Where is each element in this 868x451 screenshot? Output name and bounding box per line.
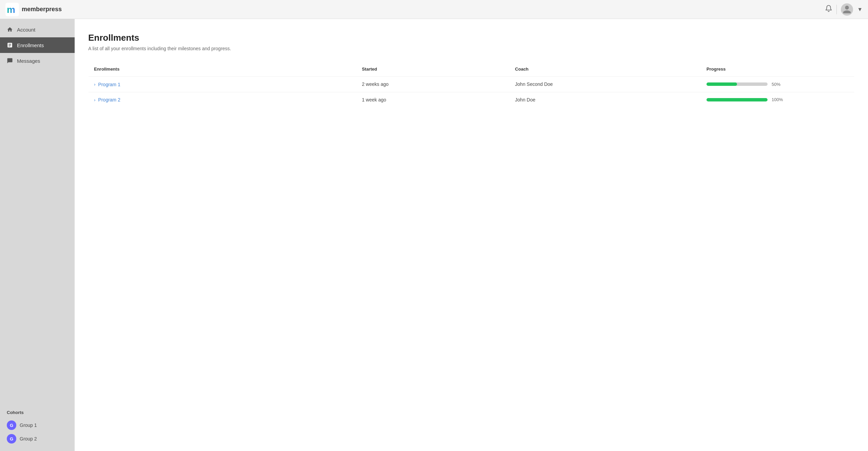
app-header: m memberpress ▼ [0,0,868,19]
progress-bar-container-program2: 100% [706,97,849,102]
page-subtitle: A list of all your enrollments including… [88,46,854,51]
user-dropdown-chevron[interactable]: ▼ [857,6,863,13]
coach-cell-program2: John Doe [510,92,701,108]
table-row: › Program 1 2 weeks ago John Second Doe … [89,77,854,92]
sidebar-nav: Account Enrollments Messages [0,22,75,405]
col-header-enrollments: Enrollments [89,62,357,77]
chevron-right-icon: › [94,82,95,87]
progress-track-program1 [706,82,768,86]
cohort-item-group2[interactable]: G Group 2 [7,432,68,446]
col-header-started: Started [356,62,509,77]
sidebar: Account Enrollments Messages [0,19,75,451]
sidebar-messages-label: Messages [17,58,40,64]
svg-text:m: m [7,4,15,15]
cohort-badge-group1: G [7,420,16,430]
progress-label-program1: 50% [772,82,784,87]
progress-fill-program1 [706,82,737,86]
sidebar-item-enrollments[interactable]: Enrollments [0,37,75,53]
col-header-progress: Progress [701,62,854,77]
sidebar-item-messages[interactable]: Messages [0,53,75,69]
header-divider [836,5,837,14]
sidebar-item-account[interactable]: Account [0,22,75,37]
col-header-coach: Coach [510,62,701,77]
coach-cell-program1: John Second Doe [510,77,701,92]
logo: m memberpress [5,3,62,16]
cohort-label-group1: Group 1 [20,422,37,428]
page-title: Enrollments [88,33,854,43]
chevron-right-icon: › [94,97,95,102]
avatar[interactable] [841,3,853,16]
progress-cell-program1: 50% [701,77,854,92]
messages-icon [7,58,13,64]
progress-fill-program2 [706,98,768,101]
table-header-row: Enrollments Started Coach Progress [89,62,854,77]
sidebar-enrollments-label: Enrollments [17,42,44,48]
cohort-item-group1[interactable]: G Group 1 [7,418,68,432]
progress-label-program2: 100% [772,97,784,102]
progress-bar-container-program1: 50% [706,82,849,87]
cohorts-label: Cohorts [7,410,68,415]
progress-track-program2 [706,98,768,101]
cohort-label-group2: Group 2 [20,436,37,441]
progress-cell-program2: 100% [701,92,854,108]
expand-program1[interactable]: › Program 1 [94,82,120,87]
enrollments-table: Enrollments Started Coach Progress › Pro… [88,61,854,108]
main-content: Enrollments A list of all your enrollmen… [75,19,868,451]
enrollments-icon [7,42,13,48]
sidebar-cohorts: Cohorts G Group 1 G Group 2 [0,405,75,451]
enrollment-cell-program2: › Program 2 [89,92,357,108]
table-row: › Program 2 1 week ago John Doe 100% [89,92,854,108]
logo-text: memberpress [22,6,62,13]
enrollment-cell-program1: › Program 1 [89,77,357,92]
expand-program2[interactable]: › Program 2 [94,97,120,102]
logo-icon: m [5,3,19,16]
program1-link[interactable]: Program 1 [98,82,120,87]
cohort-badge-group2: G [7,434,16,444]
program2-link[interactable]: Program 2 [98,97,120,102]
main-layout: Account Enrollments Messages [0,19,868,451]
home-icon [7,26,13,33]
bell-icon[interactable] [825,5,832,14]
started-cell-program2: 1 week ago [356,92,509,108]
sidebar-account-label: Account [17,27,35,33]
started-cell-program1: 2 weeks ago [356,77,509,92]
header-right: ▼ [825,3,863,16]
